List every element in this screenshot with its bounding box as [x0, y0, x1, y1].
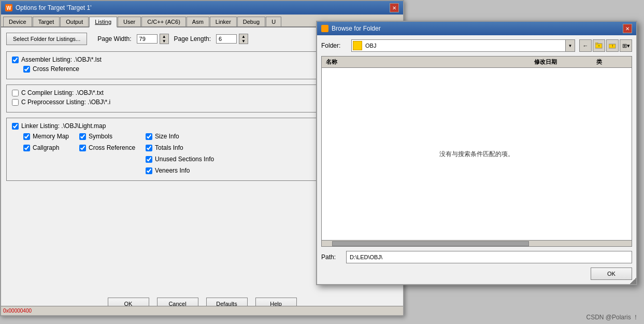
linker-col-3: Size Info Totals Info Unused Sections In… — [146, 133, 214, 176]
browse-titlebar-left: Browse for Folder — [321, 25, 381, 32]
titlebar-left: W Options for Target 'Target 1' — [5, 4, 91, 11]
symbols-checkbox[interactable] — [79, 133, 86, 140]
folder-up-button[interactable]: ↑ — [606, 39, 619, 52]
main-dialog-titlebar: W Options for Target 'Target 1' ✕ — [1, 1, 403, 15]
c-compiler-checkbox[interactable] — [12, 90, 19, 96]
select-folder-button[interactable]: Select Folder for Listings... — [6, 33, 87, 45]
linker-listing-label: Linker Listing: .\OBJ\Light.map — [21, 122, 106, 130]
tab-linker[interactable]: Linker — [210, 17, 237, 26]
page-width-down[interactable]: ▼ — [160, 39, 168, 44]
totals-info-label: Totals Info — [155, 144, 183, 151]
page-length-arrows: ▲ ▼ — [239, 34, 248, 44]
page-length-spinner: ▲ ▼ — [216, 34, 248, 44]
scroll-thumb[interactable] — [332, 241, 529, 246]
page-length-up[interactable]: ▲ — [239, 34, 248, 39]
col-type-header: 类 — [596, 58, 627, 66]
linker-cross-ref-checkbox[interactable] — [79, 145, 86, 151]
svg-text:+: + — [598, 44, 600, 48]
assembler-cross-ref-checkbox[interactable] — [23, 66, 30, 73]
linker-size-info-row: Size Info — [146, 133, 214, 140]
tab-cpp[interactable]: C/C++ (AC6) — [141, 17, 186, 26]
size-info-checkbox[interactable] — [146, 133, 152, 140]
main-dialog-close-button[interactable]: ✕ — [390, 3, 399, 12]
page-length-label: Page Length: — [174, 35, 211, 43]
folder-combo-text: OBJ — [363, 41, 565, 50]
folder-up-icon: ↑ — [609, 43, 616, 49]
linker-callgraph-row: Callgraph — [23, 144, 69, 151]
status-text: 0x00000400 — [3, 308, 32, 314]
linker-col-1: Memory Map Callgraph — [23, 133, 69, 176]
resize-handle[interactable] — [630, 278, 636, 284]
assembler-listing-label: Assembler Listing: .\OBJ\*.lst — [21, 56, 102, 63]
browse-titlebar: Browse for Folder ✕ — [317, 22, 636, 35]
linker-veneers-row: Veneers Info — [146, 167, 214, 174]
file-list-header: 名称 修改日期 类 — [322, 57, 632, 68]
assembler-listing-checkbox[interactable] — [12, 57, 19, 63]
svg-text:↑: ↑ — [611, 44, 613, 48]
status-bar: 0x00000400 — [1, 306, 403, 315]
view-options-button[interactable]: ⊞▾ — [620, 39, 632, 52]
browse-ok-row: OK — [321, 267, 632, 280]
page-width-up[interactable]: ▲ — [160, 34, 168, 39]
page-width-label: Page Width: — [97, 35, 131, 43]
app-icon: W — [5, 4, 12, 11]
callgraph-label: Callgraph — [33, 144, 59, 151]
memory-map-checkbox[interactable] — [23, 133, 30, 140]
callgraph-checkbox[interactable] — [23, 145, 30, 151]
folder-combo-dropdown[interactable]: ▼ — [565, 40, 575, 51]
tab-asm[interactable]: Asm — [187, 17, 209, 26]
main-dialog-title: Options for Target 'Target 1' — [16, 4, 91, 11]
tab-listing[interactable]: Listing — [89, 17, 117, 27]
totals-info-checkbox[interactable] — [146, 145, 152, 151]
watermark: CSDN @Polaris ！ — [586, 313, 639, 322]
folder-combo[interactable]: OBJ ▼ — [351, 39, 575, 52]
unused-sections-label: Unused Sections Info — [155, 156, 214, 163]
col-name-header: 名称 — [326, 58, 534, 66]
veneers-label: Veneers Info — [155, 167, 190, 174]
folder-combo-icon — [353, 41, 362, 50]
path-row: Path: — [321, 251, 632, 263]
horizontal-scrollbar[interactable] — [322, 240, 632, 246]
veneers-checkbox[interactable] — [146, 167, 152, 174]
linker-symbols-row: Symbols — [79, 133, 135, 140]
file-list-area: 名称 修改日期 类 没有与搜索条件匹配的项。 — [321, 56, 632, 247]
tab-user[interactable]: User — [118, 17, 141, 26]
linker-memory-map-row: Memory Map — [23, 133, 69, 140]
c-compiler-label: C Compiler Listing: .\OBJ\*.txt — [21, 89, 104, 96]
page-length-input[interactable] — [216, 34, 237, 44]
new-folder-button[interactable]: + — [593, 39, 605, 52]
page-width-input[interactable] — [137, 34, 158, 44]
assembler-cross-ref-label: Cross Reference — [33, 65, 79, 73]
linker-unused-sections-row: Unused Sections Info — [146, 156, 214, 163]
page-length-down[interactable]: ▼ — [239, 39, 248, 44]
tab-device[interactable]: Device — [3, 17, 32, 26]
page-width-arrows: ▲ ▼ — [160, 34, 169, 44]
folder-row: Folder: OBJ ▼ ← + — [321, 39, 632, 52]
path-input[interactable] — [346, 251, 632, 263]
tab-debug[interactable]: Debug — [237, 17, 265, 26]
page-width-spinner: ▲ ▼ — [137, 34, 169, 44]
linker-totals-info-row: Totals Info — [146, 144, 214, 151]
browse-ok-button[interactable]: OK — [591, 267, 632, 280]
size-info-label: Size Info — [155, 133, 179, 140]
linker-col-2: Symbols Cross Reference — [79, 133, 135, 176]
folder-label: Folder: — [321, 42, 347, 49]
page-settings: Page Width: ▲ ▼ Page Length: ▲ ▼ — [97, 34, 248, 44]
unused-sections-checkbox[interactable] — [146, 156, 152, 163]
browse-content: Folder: OBJ ▼ ← + — [317, 35, 636, 284]
c-preprocessor-checkbox[interactable] — [12, 99, 19, 106]
browse-close-button[interactable]: ✕ — [623, 24, 632, 33]
new-folder-icon: + — [595, 43, 603, 49]
c-preprocessor-label: C Preprocessor Listing: .\OBJ\*.i — [21, 98, 110, 106]
empty-message: 没有与搜索条件匹配的项。 — [439, 150, 514, 159]
memory-map-label: Memory Map — [33, 133, 69, 140]
tab-u[interactable]: U — [266, 17, 281, 26]
path-label: Path: — [321, 253, 342, 261]
tab-output[interactable]: Output — [60, 17, 89, 26]
linker-cross-ref-label: Cross Reference — [89, 144, 135, 151]
nav-back-button[interactable]: ← — [579, 39, 592, 52]
browse-dialog: Browse for Folder ✕ Folder: OBJ ▼ ← + — [316, 21, 637, 285]
browse-dialog-title: Browse for Folder — [332, 25, 381, 32]
linker-listing-checkbox[interactable] — [12, 123, 19, 130]
tab-target[interactable]: Target — [33, 17, 60, 26]
